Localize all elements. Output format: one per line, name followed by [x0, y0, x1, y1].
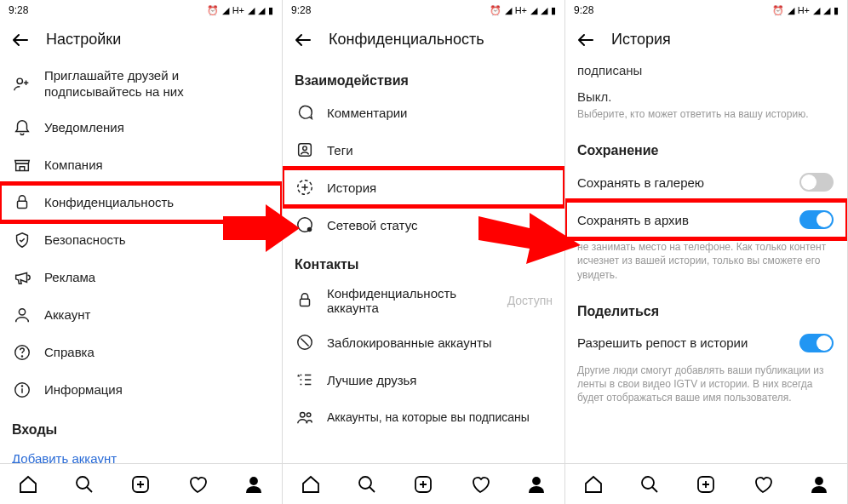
- blocked-icon: [295, 332, 315, 352]
- bell-icon: [12, 117, 32, 138]
- settings-item-label: Справка: [44, 345, 270, 359]
- privacy-tags[interactable]: Теги: [283, 131, 564, 169]
- privacy-following[interactable]: Аккаунты, на которые вы подписаны: [283, 398, 564, 436]
- reshare-hint: Другие люди смогут добавлять ваши публик…: [565, 362, 847, 414]
- svg-point-4: [21, 356, 22, 357]
- nav-search[interactable]: [356, 473, 378, 495]
- back-button[interactable]: [10, 30, 31, 50]
- comment-icon: [295, 102, 315, 123]
- settings-item-label: Реклама: [44, 270, 270, 284]
- store-icon: [12, 155, 32, 175]
- privacy-comments[interactable]: Комментарии: [283, 94, 564, 131]
- svg-point-21: [533, 478, 540, 484]
- bottom-nav: [0, 463, 282, 504]
- nav-search[interactable]: [639, 473, 661, 495]
- saving-header: Сохранение: [565, 129, 847, 163]
- nav-home[interactable]: [300, 473, 322, 495]
- activity-icon: [295, 215, 315, 235]
- svg-point-24: [816, 478, 822, 484]
- signal-icon-3: ◢: [258, 5, 265, 16]
- nav-home[interactable]: [582, 473, 604, 495]
- nav-add[interactable]: [695, 473, 717, 495]
- settings-account[interactable]: Аккаунт: [0, 296, 282, 334]
- net-label: H+: [798, 5, 810, 15]
- lock-icon: [295, 290, 315, 311]
- settings-security[interactable]: Безопасность: [0, 221, 282, 259]
- settings-item-label: Компания: [44, 158, 270, 172]
- allow-reshare-row[interactable]: Разрешить репост в истории: [565, 324, 847, 362]
- settings-business[interactable]: Компания: [0, 146, 282, 184]
- invite-icon: [12, 74, 32, 94]
- privacy-blocked[interactable]: Заблокированные аккаунты: [283, 324, 564, 361]
- privacy-item-label: Лучшие друзья: [327, 373, 553, 387]
- nav-profile[interactable]: [808, 473, 830, 495]
- settings-invite[interactable]: Приглашайте друзей и подписывайтесь на н…: [0, 60, 282, 109]
- save-gallery-label: Сохранять в галерею: [577, 175, 788, 190]
- allow-reshare-toggle[interactable]: [799, 334, 834, 352]
- lock-icon: [12, 192, 32, 213]
- save-to-archive-row[interactable]: Сохранять в архив: [565, 201, 847, 238]
- svg-point-22: [642, 477, 654, 489]
- nav-add[interactable]: [412, 473, 434, 495]
- screen-privacy: 9:28 ⏰ ◢ H+ ◢ ◢ ▮ Конфиденциальность Вза…: [283, 0, 565, 504]
- nav-home[interactable]: [17, 473, 39, 495]
- signal-icon-2: ◢: [530, 5, 537, 16]
- privacy-item-label: Сетевой статус: [327, 218, 553, 232]
- nav-search[interactable]: [73, 473, 95, 495]
- privacy-close-friends[interactable]: Лучшие друзья: [283, 361, 564, 398]
- settings-privacy[interactable]: Конфиденциальность: [0, 184, 282, 221]
- settings-about[interactable]: Информация: [0, 371, 282, 409]
- svg-rect-1: [18, 201, 27, 208]
- save-to-gallery-row[interactable]: Сохранять в галерею: [565, 163, 847, 201]
- save-archive-toggle[interactable]: [799, 210, 834, 229]
- nav-add[interactable]: [129, 473, 152, 495]
- settings-notifications[interactable]: Уведомления: [0, 109, 282, 146]
- status-right: ⏰ ◢ H+ ◢ ◢ ▮: [207, 5, 273, 16]
- svg-point-11: [303, 146, 307, 151]
- privacy-story[interactable]: История: [283, 169, 564, 206]
- screen-settings: 9:28 ⏰ ◢ H+ ◢ ◢ ▮ Настройки Приглашайте …: [0, 0, 283, 504]
- privacy-account-privacy[interactable]: Конфиденциальность аккаунта Доступн: [283, 278, 564, 324]
- svg-point-2: [19, 308, 25, 314]
- nav-profile[interactable]: [525, 473, 547, 495]
- privacy-item-label: История: [327, 180, 553, 195]
- people-icon: [295, 407, 315, 427]
- back-button[interactable]: [293, 30, 313, 50]
- page-title: Настройки: [46, 31, 121, 49]
- reply-hint: Выберите, кто может ответить на вашу ист…: [565, 106, 847, 129]
- page-title: История: [611, 31, 671, 49]
- settings-item-label: Безопасность: [44, 232, 270, 247]
- info-icon: [12, 380, 32, 400]
- settings-item-label: Аккаунт: [44, 307, 270, 322]
- story-icon: [295, 177, 315, 198]
- svg-rect-15: [301, 299, 310, 306]
- shield-icon: [12, 230, 32, 250]
- bottom-nav: [565, 463, 847, 504]
- svg-point-19: [359, 477, 371, 489]
- nav-activity[interactable]: [469, 473, 491, 495]
- nav-activity[interactable]: [752, 473, 774, 495]
- svg-point-9: [250, 478, 257, 484]
- nav-activity[interactable]: [186, 473, 209, 495]
- privacy-item-label: Теги: [327, 143, 553, 158]
- privacy-item-label: Конфиденциальность аккаунта: [327, 286, 496, 315]
- nav-profile[interactable]: [243, 473, 265, 495]
- svg-point-6: [21, 385, 22, 386]
- alarm-icon: ⏰: [772, 5, 784, 16]
- logins-header: Входы: [0, 409, 282, 443]
- settings-help[interactable]: Справка: [0, 334, 282, 371]
- story-settings: подписаны Выкл. Выберите, кто может отве…: [565, 60, 847, 463]
- add-account-link[interactable]: Добавить аккаунт: [0, 443, 282, 464]
- save-gallery-toggle[interactable]: [799, 173, 834, 192]
- privacy-activity-status[interactable]: Сетевой статус: [283, 206, 564, 243]
- svg-point-17: [301, 413, 306, 418]
- signal-icon-3: ◢: [823, 5, 830, 16]
- settings-ads[interactable]: Реклама: [0, 259, 282, 296]
- bottom-nav: [283, 463, 564, 504]
- signal-icon-3: ◢: [541, 5, 547, 16]
- settings-item-label: Приглашайте друзей и подписывайтесь на н…: [44, 68, 270, 100]
- back-button[interactable]: [576, 30, 596, 50]
- page-title: Конфиденциальность: [329, 31, 484, 49]
- save-archive-label: Сохранять в архив: [577, 213, 788, 227]
- signal-icon-2: ◢: [813, 5, 820, 16]
